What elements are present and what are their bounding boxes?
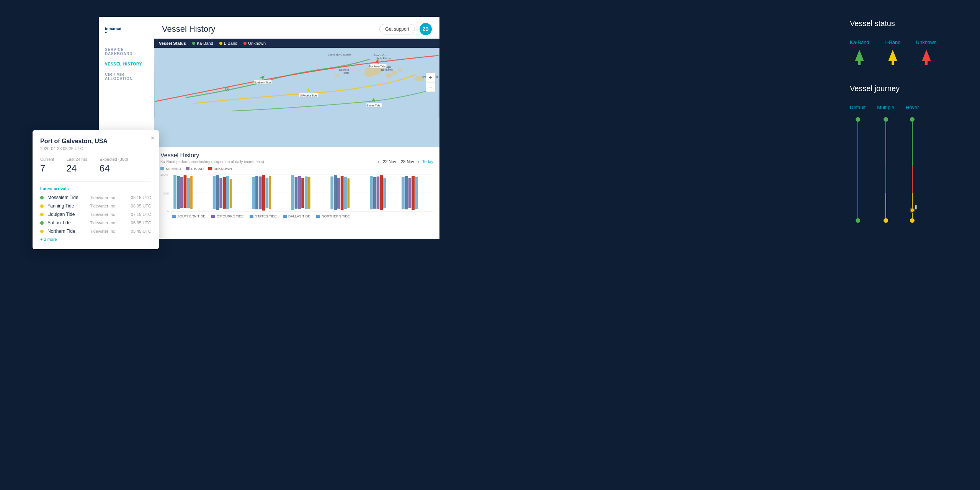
status-label-unknown: Unknown (916, 39, 937, 45)
northern-color (316, 215, 320, 218)
journey-col-hover: Hover ⬆ (906, 105, 919, 224)
legend-unknown: Unknown (243, 41, 266, 46)
svg-point-9 (335, 74, 340, 77)
popup-more[interactable]: + 2 more (40, 237, 151, 242)
chart-unknown-color (208, 167, 212, 170)
get-support-button[interactable]: Get support (379, 24, 415, 34)
map-bar: Vessel Status Ka-Band L-Band Unknown (154, 39, 439, 48)
content-area: Vessel History Get support ZB Vessel Sta… (154, 17, 439, 239)
svg-rect-71 (377, 176, 380, 209)
status-label-ka: Ka-Band (850, 39, 869, 45)
svg-text:0: 0 (167, 210, 169, 212)
svg-rect-39 (173, 175, 176, 209)
chart-legend-l: L-BAND (186, 167, 204, 171)
svg-rect-60 (301, 178, 304, 208)
svg-rect-87 (858, 61, 861, 65)
popup-card: × Port of Galveston, USA 2020-04-23 08:2… (33, 130, 159, 249)
chart-today-button[interactable]: Today (422, 159, 433, 164)
svg-rect-69 (370, 176, 373, 209)
arrival-company-3: Tidewater Inc (90, 220, 124, 225)
svg-rect-89 (892, 61, 894, 65)
states-label: STATES TIDE (255, 214, 277, 218)
status-col-l: L-Band (885, 39, 901, 65)
content-header: Vessel History Get support ZB (154, 17, 439, 39)
l-band-dot (219, 42, 222, 45)
svg-rect-42 (184, 175, 187, 208)
zoom-out-button[interactable]: − (426, 83, 435, 92)
bottom-legend-southern: SOUTHERN TIDE (172, 214, 205, 218)
status-label-l: L-Band (885, 39, 901, 45)
popup-stat-last24: Last 24 hrs 24 (67, 157, 87, 174)
svg-text:inmarsat: inmarsat (105, 27, 122, 31)
svg-text:50%: 50% (163, 192, 170, 195)
chart-prev-button[interactable]: ‹ (378, 158, 380, 165)
unknown-dot (243, 42, 247, 45)
svg-rect-67 (344, 177, 347, 209)
unknown-status-icon (922, 50, 931, 65)
svg-rect-65 (337, 178, 340, 209)
arrival-row-0: Mossalem Tide Tidewater Inc 08:15 UTC (40, 195, 151, 200)
arrival-row-3: Sutton Tide Tidewater Inc 06:35 UTC (40, 220, 151, 225)
header-actions: Get support ZB (379, 23, 432, 35)
bottom-legend-northern: NORTHERN TIDE (316, 214, 350, 218)
svg-rect-61 (305, 176, 308, 209)
svg-text:Heroísmo: Heroísmo (381, 69, 393, 71)
journey-default-svg (854, 116, 862, 224)
chart-next-button[interactable]: › (417, 158, 419, 165)
last24-value: 24 (67, 163, 87, 174)
southern-color (172, 215, 176, 218)
map-container[interactable]: Viana do Castelo Santa Cruz de la Palma … (154, 48, 439, 117)
popup-divider (40, 181, 151, 182)
svg-rect-70 (373, 177, 376, 209)
arrival-dot-2 (40, 213, 44, 216)
chart-ka-color (160, 167, 164, 170)
svg-rect-63 (330, 176, 333, 209)
chart-legend: KA-BAND L-BAND UNKNOWN (160, 167, 264, 171)
popup-close-button[interactable]: × (151, 135, 154, 142)
svg-rect-53 (259, 176, 262, 209)
svg-rect-49 (226, 176, 229, 209)
svg-rect-46 (216, 175, 219, 210)
svg-rect-73 (383, 178, 386, 208)
unknown-label: Unknown (248, 41, 266, 46)
svg-point-99 (884, 218, 888, 223)
svg-text:●●: ●● (105, 31, 108, 33)
journey-multiple-svg (882, 116, 890, 224)
bottom-legend-dallas: DALLAS TIDE (283, 214, 310, 218)
svg-rect-2 (155, 48, 439, 117)
svg-text:O'Rourke Tide: O'Rourke Tide (300, 94, 317, 97)
svg-point-4 (364, 71, 375, 77)
sidebar-item-vessel-history[interactable]: VESSEL HISTORY (99, 59, 154, 69)
svg-rect-72 (380, 175, 383, 210)
svg-rect-58 (295, 177, 298, 209)
svg-rect-47 (219, 178, 222, 208)
svg-rect-45 (213, 176, 216, 209)
l-band-label: L-Band (224, 41, 237, 46)
chart-unknown-label: UNKNOWN (214, 167, 232, 171)
svg-rect-50 (230, 179, 232, 208)
zoom-in-button[interactable]: + (426, 73, 435, 82)
svg-rect-91 (925, 61, 928, 65)
svg-text:Cachete: Cachete (339, 69, 349, 71)
page-title: Vessel History (162, 24, 215, 34)
sidebar-item-service-dashboard[interactable]: SERVICE DASHBOARD (99, 44, 154, 59)
arrival-dot-4 (40, 230, 44, 233)
svg-point-94 (856, 218, 860, 223)
svg-marker-90 (922, 50, 931, 61)
arrival-name-3: Sutton Tide (47, 220, 86, 225)
arrival-company-4: Tidewater Inc (90, 229, 124, 234)
legend-ka-band: Ka-Band (192, 41, 213, 46)
arrival-time-4: 05:45 UTC (128, 229, 151, 234)
orourke-label: O'ROURKE TIDE (217, 214, 243, 218)
svg-point-107 (910, 218, 915, 223)
vessel-journey-title: Vessel journey (850, 84, 957, 93)
chart-bottom-legend: SOUTHERN TIDE O'ROURKE TIDE STATES TIDE … (160, 214, 433, 218)
bottom-legend-orourke: O'ROURKE TIDE (211, 214, 243, 218)
svg-rect-62 (308, 177, 310, 209)
sidebar-item-cir-mir[interactable]: CIR / MIR ALLOCATION (99, 69, 154, 84)
chart-header: Vessel History Ka-Band performance histo… (160, 152, 433, 171)
arrival-name-0: Mossalem Tide (47, 195, 86, 200)
chart-subtitle: Ka-Band performance history (proportion … (160, 160, 264, 164)
svg-text:100%: 100% (160, 174, 168, 176)
map-zoom[interactable]: + − (426, 73, 436, 92)
